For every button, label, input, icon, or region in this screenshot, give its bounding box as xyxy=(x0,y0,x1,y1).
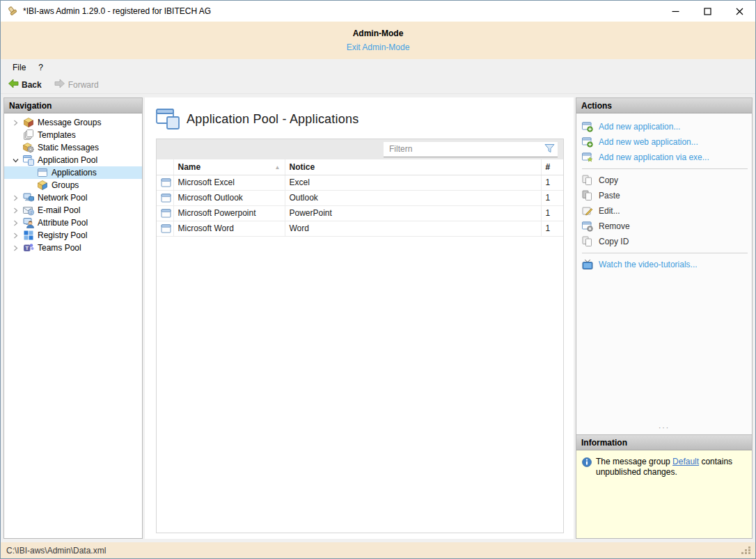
nav-item-message-groups[interactable]: Message Groups xyxy=(4,116,142,129)
menu-bar: File ? xyxy=(1,59,755,76)
attribute-pool-icon xyxy=(23,217,34,228)
navigation-header: Navigation xyxy=(4,98,142,113)
actions-header: Actions xyxy=(576,98,752,113)
nav-item-teams-pool[interactable]: T Teams Pool xyxy=(4,242,142,254)
nav-item-attribute-pool[interactable]: Attribute Pool xyxy=(4,216,142,229)
resize-grip[interactable] xyxy=(741,546,751,554)
remove-action[interactable]: Remove xyxy=(582,219,748,234)
application-pool-large-icon xyxy=(156,107,180,132)
chevron-right-icon[interactable] xyxy=(11,245,19,251)
application-window-icon xyxy=(157,205,173,221)
applications-icon xyxy=(37,167,48,178)
window-remove-icon xyxy=(582,221,593,232)
add-new-application-via-exe-link[interactable]: Add new application via exe... xyxy=(582,150,748,165)
filter-bar xyxy=(157,139,563,159)
content-area: Navigation Message Groups Templates Stat… xyxy=(1,94,755,542)
window-controls xyxy=(659,1,755,22)
nav-item-application-pool[interactable]: Application Pool xyxy=(4,154,142,166)
table-row[interactable]: Microsoft Excel Excel 1 xyxy=(157,175,563,190)
right-column: Actions Add new application... Add new w… xyxy=(576,97,753,539)
menu-file[interactable]: File xyxy=(6,61,32,74)
templates-icon xyxy=(23,129,34,141)
nav-item-registry-pool[interactable]: Registry Pool xyxy=(4,229,142,242)
separator xyxy=(582,168,748,169)
chevron-right-icon[interactable] xyxy=(11,195,19,201)
paste-icon xyxy=(582,190,593,201)
copy-id-action[interactable]: Copy ID xyxy=(582,234,748,249)
chevron-right-icon[interactable] xyxy=(11,233,19,239)
actions-panel: Actions Add new application... Add new w… xyxy=(576,97,753,434)
registry-pool-icon xyxy=(23,230,34,241)
title-bar: *IBI-aws Admin 1.29.0 - registered for I… xyxy=(1,1,755,22)
chevron-right-icon[interactable] xyxy=(11,220,19,226)
data-file-path: C:\IBI-aws\Admin\Data.xml xyxy=(6,546,741,556)
svg-text:@: @ xyxy=(29,210,33,215)
navigation-tree: Message Groups Templates Static Messages… xyxy=(4,113,142,254)
page-title-row: Application Pool - Applications xyxy=(145,97,574,137)
forward-button[interactable]: Forward xyxy=(52,77,102,92)
page-title: Application Pool - Applications xyxy=(187,112,359,127)
edit-action[interactable]: Edit... xyxy=(582,203,748,219)
app-stamp-icon xyxy=(6,6,19,17)
default-message-group-link[interactable]: Default xyxy=(672,457,699,466)
groups-icon xyxy=(37,180,48,191)
edit-pencil-icon xyxy=(582,205,593,216)
nav-item-static-messages[interactable]: Static Messages xyxy=(4,141,142,154)
add-new-web-application-link[interactable]: Add new web application... xyxy=(582,134,748,150)
information-message: The message group Default contains unpub… xyxy=(596,457,746,478)
sort-ascending-icon: ▲ xyxy=(275,164,281,171)
information-header: Information xyxy=(576,435,752,450)
icon-column-header[interactable] xyxy=(157,159,173,175)
admin-mode-banner: Admin-Mode Exit Admin-Mode xyxy=(1,22,755,59)
name-column-header[interactable]: Name▲ xyxy=(173,159,285,175)
add-new-application-link[interactable]: Add new application... xyxy=(582,119,748,134)
nav-item-applications[interactable]: Applications xyxy=(4,166,142,179)
static-messages-icon xyxy=(23,142,34,153)
separator xyxy=(582,253,748,253)
notice-column-header[interactable]: Notice xyxy=(285,159,541,175)
nav-item-network-pool[interactable]: Network Pool xyxy=(4,191,142,204)
close-button[interactable] xyxy=(723,1,755,22)
window-star-icon xyxy=(582,152,593,163)
maximize-button[interactable] xyxy=(691,1,723,22)
applications-table: Name▲ Notice # Microsoft Excel Excel 1 M… xyxy=(157,159,563,237)
window-add-icon xyxy=(582,121,593,132)
info-icon xyxy=(582,457,592,469)
email-pool-icon: @ xyxy=(23,205,34,216)
filter-input[interactable] xyxy=(389,144,544,154)
navigation-toolbar: Back Forward xyxy=(1,76,755,94)
application-window-icon xyxy=(157,221,173,236)
application-window-icon xyxy=(157,190,173,205)
chevron-right-icon[interactable] xyxy=(11,207,19,214)
main-panel: Application Pool - Applications Name▲ No… xyxy=(145,97,574,539)
watch-video-tutorials-link[interactable]: Watch the video-tutorials... xyxy=(582,257,748,272)
exit-admin-mode-link[interactable]: Exit Admin-Mode xyxy=(347,42,410,52)
status-bar: C:\IBI-aws\Admin\Data.xml xyxy=(1,542,755,558)
minimize-button[interactable] xyxy=(659,1,691,22)
application-pool-icon xyxy=(23,155,34,166)
navigation-panel: Navigation Message Groups Templates Stat… xyxy=(3,97,143,539)
nav-item-templates[interactable]: Templates xyxy=(4,129,142,141)
nav-item-groups[interactable]: Groups xyxy=(4,179,142,191)
applications-list-panel: Name▲ Notice # Microsoft Excel Excel 1 M… xyxy=(156,139,564,533)
paste-action[interactable]: Paste xyxy=(582,188,748,203)
window-title: *IBI-aws Admin 1.29.0 - registered for I… xyxy=(23,6,659,16)
table-row[interactable]: Microsoft Word Word 1 xyxy=(157,221,563,236)
copy-action[interactable]: Copy xyxy=(582,173,748,188)
copy-icon xyxy=(582,175,593,186)
table-row[interactable]: Microsoft Outlook Outlook 1 xyxy=(157,190,563,205)
filter-funnel-icon[interactable] xyxy=(544,143,555,155)
table-row[interactable]: Microsoft Powerpoint PowerPoint 1 xyxy=(157,205,563,221)
message-groups-icon xyxy=(23,117,34,128)
actions-list: Add new application... Add new web appli… xyxy=(576,113,752,426)
nav-item-email-pool[interactable]: @ E-mail Pool xyxy=(4,204,142,216)
menu-help[interactable]: ? xyxy=(32,61,49,74)
information-body: The message group Default contains unpub… xyxy=(576,450,752,538)
count-column-header[interactable]: # xyxy=(541,159,563,175)
panel-splitter-handle[interactable]: ··· xyxy=(576,426,752,434)
chevron-down-icon[interactable] xyxy=(11,157,19,164)
chevron-right-icon[interactable] xyxy=(11,120,19,126)
network-pool-icon xyxy=(23,192,34,203)
back-button[interactable]: Back xyxy=(5,77,45,92)
window-add-icon xyxy=(582,136,593,148)
